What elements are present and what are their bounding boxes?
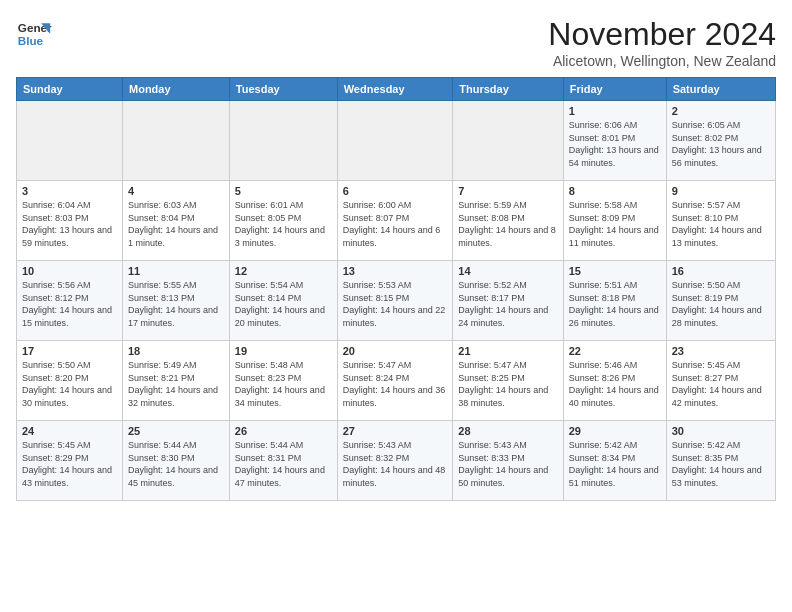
day-number: 22 [569,345,661,357]
day-number: 13 [343,265,448,277]
table-row: 12Sunrise: 5:54 AM Sunset: 8:14 PM Dayli… [229,261,337,341]
table-row: 3Sunrise: 6:04 AM Sunset: 8:03 PM Daylig… [17,181,123,261]
table-row: 16Sunrise: 5:50 AM Sunset: 8:19 PM Dayli… [666,261,775,341]
day-info: Sunrise: 5:56 AM Sunset: 8:12 PM Dayligh… [22,279,117,329]
day-info: Sunrise: 5:54 AM Sunset: 8:14 PM Dayligh… [235,279,332,329]
day-info: Sunrise: 5:59 AM Sunset: 8:08 PM Dayligh… [458,199,557,249]
table-row: 20Sunrise: 5:47 AM Sunset: 8:24 PM Dayli… [337,341,453,421]
table-row: 1Sunrise: 6:06 AM Sunset: 8:01 PM Daylig… [563,101,666,181]
calendar-title: November 2024 [548,16,776,53]
day-info: Sunrise: 6:04 AM Sunset: 8:03 PM Dayligh… [22,199,117,249]
day-number: 7 [458,185,557,197]
table-row: 29Sunrise: 5:42 AM Sunset: 8:34 PM Dayli… [563,421,666,501]
table-row: 11Sunrise: 5:55 AM Sunset: 8:13 PM Dayli… [123,261,230,341]
calendar-week-5: 24Sunrise: 5:45 AM Sunset: 8:29 PM Dayli… [17,421,776,501]
table-row: 10Sunrise: 5:56 AM Sunset: 8:12 PM Dayli… [17,261,123,341]
day-info: Sunrise: 5:53 AM Sunset: 8:15 PM Dayligh… [343,279,448,329]
col-monday: Monday [123,78,230,101]
day-number: 8 [569,185,661,197]
table-row: 4Sunrise: 6:03 AM Sunset: 8:04 PM Daylig… [123,181,230,261]
day-info: Sunrise: 5:50 AM Sunset: 8:20 PM Dayligh… [22,359,117,409]
day-number: 2 [672,105,770,117]
day-number: 24 [22,425,117,437]
table-row: 9Sunrise: 5:57 AM Sunset: 8:10 PM Daylig… [666,181,775,261]
col-saturday: Saturday [666,78,775,101]
day-info: Sunrise: 5:52 AM Sunset: 8:17 PM Dayligh… [458,279,557,329]
day-info: Sunrise: 5:49 AM Sunset: 8:21 PM Dayligh… [128,359,224,409]
table-row [17,101,123,181]
day-number: 28 [458,425,557,437]
day-info: Sunrise: 6:05 AM Sunset: 8:02 PM Dayligh… [672,119,770,169]
calendar-subtitle: Alicetown, Wellington, New Zealand [548,53,776,69]
col-sunday: Sunday [17,78,123,101]
col-tuesday: Tuesday [229,78,337,101]
table-row: 17Sunrise: 5:50 AM Sunset: 8:20 PM Dayli… [17,341,123,421]
day-info: Sunrise: 5:55 AM Sunset: 8:13 PM Dayligh… [128,279,224,329]
table-row: 22Sunrise: 5:46 AM Sunset: 8:26 PM Dayli… [563,341,666,421]
col-thursday: Thursday [453,78,563,101]
day-number: 17 [22,345,117,357]
day-info: Sunrise: 5:48 AM Sunset: 8:23 PM Dayligh… [235,359,332,409]
day-info: Sunrise: 5:45 AM Sunset: 8:29 PM Dayligh… [22,439,117,489]
table-row: 24Sunrise: 5:45 AM Sunset: 8:29 PM Dayli… [17,421,123,501]
day-info: Sunrise: 6:03 AM Sunset: 8:04 PM Dayligh… [128,199,224,249]
calendar-week-4: 17Sunrise: 5:50 AM Sunset: 8:20 PM Dayli… [17,341,776,421]
table-row: 18Sunrise: 5:49 AM Sunset: 8:21 PM Dayli… [123,341,230,421]
day-number: 1 [569,105,661,117]
calendar-week-1: 1Sunrise: 6:06 AM Sunset: 8:01 PM Daylig… [17,101,776,181]
table-row: 2Sunrise: 6:05 AM Sunset: 8:02 PM Daylig… [666,101,775,181]
day-number: 25 [128,425,224,437]
day-info: Sunrise: 5:42 AM Sunset: 8:34 PM Dayligh… [569,439,661,489]
header-row: Sunday Monday Tuesday Wednesday Thursday… [17,78,776,101]
col-friday: Friday [563,78,666,101]
day-number: 6 [343,185,448,197]
day-number: 3 [22,185,117,197]
logo: General Blue [16,16,52,52]
table-row: 6Sunrise: 6:00 AM Sunset: 8:07 PM Daylig… [337,181,453,261]
table-row: 5Sunrise: 6:01 AM Sunset: 8:05 PM Daylig… [229,181,337,261]
table-row: 28Sunrise: 5:43 AM Sunset: 8:33 PM Dayli… [453,421,563,501]
table-row: 15Sunrise: 5:51 AM Sunset: 8:18 PM Dayli… [563,261,666,341]
day-info: Sunrise: 5:42 AM Sunset: 8:35 PM Dayligh… [672,439,770,489]
day-info: Sunrise: 6:01 AM Sunset: 8:05 PM Dayligh… [235,199,332,249]
svg-text:Blue: Blue [18,34,44,47]
header: General Blue November 2024 Alicetown, We… [16,16,776,69]
day-number: 14 [458,265,557,277]
day-number: 23 [672,345,770,357]
day-number: 4 [128,185,224,197]
day-info: Sunrise: 6:00 AM Sunset: 8:07 PM Dayligh… [343,199,448,249]
day-number: 15 [569,265,661,277]
day-info: Sunrise: 5:50 AM Sunset: 8:19 PM Dayligh… [672,279,770,329]
table-row [337,101,453,181]
day-info: Sunrise: 5:47 AM Sunset: 8:25 PM Dayligh… [458,359,557,409]
day-number: 29 [569,425,661,437]
table-row: 25Sunrise: 5:44 AM Sunset: 8:30 PM Dayli… [123,421,230,501]
day-number: 19 [235,345,332,357]
day-number: 18 [128,345,224,357]
table-row [453,101,563,181]
day-info: Sunrise: 5:51 AM Sunset: 8:18 PM Dayligh… [569,279,661,329]
day-info: Sunrise: 5:44 AM Sunset: 8:31 PM Dayligh… [235,439,332,489]
day-info: Sunrise: 5:45 AM Sunset: 8:27 PM Dayligh… [672,359,770,409]
table-row [123,101,230,181]
col-wednesday: Wednesday [337,78,453,101]
day-number: 20 [343,345,448,357]
day-info: Sunrise: 5:46 AM Sunset: 8:26 PM Dayligh… [569,359,661,409]
table-row: 7Sunrise: 5:59 AM Sunset: 8:08 PM Daylig… [453,181,563,261]
day-number: 5 [235,185,332,197]
day-info: Sunrise: 6:06 AM Sunset: 8:01 PM Dayligh… [569,119,661,169]
day-number: 11 [128,265,224,277]
title-area: November 2024 Alicetown, Wellington, New… [548,16,776,69]
table-row: 19Sunrise: 5:48 AM Sunset: 8:23 PM Dayli… [229,341,337,421]
day-number: 26 [235,425,332,437]
day-number: 30 [672,425,770,437]
table-row: 23Sunrise: 5:45 AM Sunset: 8:27 PM Dayli… [666,341,775,421]
calendar-table: Sunday Monday Tuesday Wednesday Thursday… [16,77,776,501]
table-row: 21Sunrise: 5:47 AM Sunset: 8:25 PM Dayli… [453,341,563,421]
day-number: 12 [235,265,332,277]
day-info: Sunrise: 5:43 AM Sunset: 8:33 PM Dayligh… [458,439,557,489]
day-info: Sunrise: 5:47 AM Sunset: 8:24 PM Dayligh… [343,359,448,409]
table-row: 13Sunrise: 5:53 AM Sunset: 8:15 PM Dayli… [337,261,453,341]
table-row: 30Sunrise: 5:42 AM Sunset: 8:35 PM Dayli… [666,421,775,501]
day-info: Sunrise: 5:58 AM Sunset: 8:09 PM Dayligh… [569,199,661,249]
